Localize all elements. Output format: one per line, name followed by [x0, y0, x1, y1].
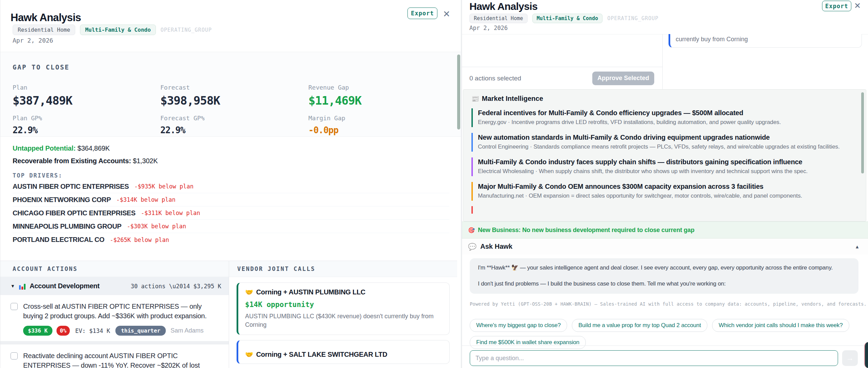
vendor-card[interactable]: 🤝 Corning + SALT LAKE SWITCHGEAR LTD: [237, 340, 450, 364]
target-icon: 🎯: [468, 227, 475, 233]
gap-to-close-section: GAP TO CLOSE Plan $387,489K Forecast $39…: [0, 52, 461, 137]
action-item: Reactivate declining account AUSTIN FIBE…: [0, 344, 229, 368]
handshake-icon: 🤝: [245, 351, 253, 358]
action-group-row[interactable]: ▼ Account Development 30 actions \u2014 …: [0, 277, 229, 295]
market-intelligence-card: 📰 Market Intelligence Federal incentives…: [463, 89, 866, 221]
driver-row: AUSTIN FIBER OPTIC ENTERPRISES -$935K be…: [13, 180, 449, 193]
hawk-analysis-app: Hawk Analysis Export ✕ Residential Home …: [0, 0, 868, 368]
vertical-badge: Multi-Family & Condo: [80, 25, 156, 35]
market-intelligence-scrollbar[interactable]: [861, 92, 864, 173]
suggestion-chip[interactable]: Build me a value prop for my top Quad 2 …: [572, 319, 707, 332]
selection-status: 0 actions selected: [469, 75, 521, 82]
segment-badge: Residential Home: [13, 25, 75, 35]
vendor-calls-header: VENDOR JOINT CALLS: [229, 261, 457, 277]
handshake-icon: 🤝: [245, 288, 253, 296]
value-badge: $336 K: [23, 326, 52, 336]
market-news-item[interactable]: Multi-Family & Condo industry faces supp…: [471, 157, 858, 176]
section-heading: GAP TO CLOSE: [13, 63, 69, 71]
export-button[interactable]: Export: [407, 7, 437, 19]
vendor-card[interactable]: 🤝 Corning + AUSTIN PLUMBING LLC $14K opp…: [237, 282, 450, 335]
report-date: Apr 2, 2026: [13, 37, 53, 44]
top-drivers-list: AUSTIN FIBER OPTIC ENTERPRISES -$935K be…: [13, 180, 449, 246]
untapped-potential-line: Untapped Potential: $364,869K: [13, 144, 448, 152]
driver-row: CHICAGO FIBER OPTIC ENTERPRISES -$311K b…: [13, 206, 449, 220]
selection-bar: 0 actions selected Approve Selected: [462, 67, 662, 89]
assistant-message-line2: I don't just find problems — I build the…: [478, 280, 850, 287]
potential-summary: Untapped Potential: $364,869K Recoverabl…: [13, 144, 448, 170]
report-date: Apr 2, 2026: [469, 25, 508, 31]
driver-row: PORTLAND ELECTRICAL CO -$265K below plan: [13, 233, 449, 246]
page-title: Hawk Analysis: [11, 12, 81, 24]
bar-chart-icon: [19, 283, 26, 290]
action-checkbox[interactable]: [11, 352, 18, 359]
vertical-badge: Multi-Family & Condo: [532, 14, 603, 23]
segment-badge: Residential Home: [469, 14, 528, 23]
left-panel-scrollbar[interactable]: [457, 55, 460, 129]
input-divider: [462, 346, 868, 346]
powered-by-note: Powered by Yetti (GPT-OSS-20B + HAWK-BRA…: [470, 301, 867, 307]
metric-revenue-gap: Revenue Gap $11,469K: [308, 84, 361, 107]
owner-name: Sam Adams: [171, 327, 204, 334]
action-separator: [0, 341, 229, 344]
close-icon[interactable]: ✕: [854, 2, 861, 10]
column-divider: [662, 34, 663, 89]
suggestion-chips: Where's my biggest gap to close? Build m…: [470, 319, 861, 349]
new-business-text: New Business: No new business developmen…: [478, 227, 694, 234]
market-news-item[interactable]: Major Multi-Family & Condo OEM announces…: [471, 182, 858, 201]
approve-selected-button[interactable]: Approve Selected: [592, 72, 654, 85]
vendor-card-title: 🤝 Corning + AUSTIN PLUMBING LLC: [245, 288, 443, 296]
top-drivers-heading: TOP DRIVERS:: [13, 172, 63, 179]
collapse-up-icon[interactable]: ▲: [855, 244, 859, 249]
newspaper-icon: 📰: [471, 95, 479, 103]
assistant-message-line1: I'm **Hawk** 🦅 — your sales intelligence…: [478, 264, 850, 271]
question-input[interactable]: [470, 350, 838, 366]
vendor-card-list: 🤝 Corning + AUSTIN PLUMBING LLC $14K opp…: [229, 277, 457, 364]
header-badges: Residential Home Multi-Family & Condo OP…: [13, 25, 212, 35]
action-item: Cross-sell at AUSTIN FIBER OPTIC ENTERPR…: [0, 295, 229, 341]
operating-group-label: OPERATING_GROUP: [607, 15, 658, 21]
left-analysis-panel: Hawk Analysis Export ✕ Residential Home …: [0, 0, 461, 368]
opportunity-value: $14K opportunity: [245, 301, 443, 309]
market-news-item[interactable]: New automation standards in Multi-Family…: [471, 133, 858, 152]
driver-row: PHOENIX NETWORKING CORP -$314K below pla…: [13, 193, 449, 206]
ask-hawk-title: Ask Hawk: [480, 243, 513, 250]
vendor-fragment-text: currently buy from Corning: [670, 34, 862, 43]
action-group-summary: 30 actions \u2014 $3,295 K: [131, 283, 221, 290]
operating-group-label: OPERATING_GROUP: [161, 27, 212, 33]
market-news-item[interactable]: Federal incentives for Multi-Family & Co…: [471, 108, 858, 127]
page-title: Hawk Analysis: [469, 1, 537, 12]
suggestion-chip[interactable]: Where's my biggest gap to close?: [470, 319, 567, 332]
market-intelligence-heading: 📰 Market Intelligence: [463, 90, 866, 103]
recoverable-line: Recoverable from Existing Accounts: $1,3…: [13, 157, 448, 165]
vendor-calls-column: VENDOR JOINT CALLS 🤝 Corning + AUSTIN PL…: [229, 261, 457, 368]
actions-vendor-columns: ACCOUNT ACTIONS ▼ Account Development 30…: [0, 261, 457, 368]
vendor-card-fragment[interactable]: currently buy from Corning: [669, 34, 862, 48]
collapse-icon[interactable]: ▼: [11, 283, 15, 289]
action-text: Reactivate declining account AUSTIN FIBE…: [23, 351, 215, 368]
action-badges: $336 K 0% EV: $134 K this_quarter Sam Ad…: [23, 326, 221, 336]
header-badges: Residential Home Multi-Family & Condo OP…: [469, 14, 659, 23]
metric-plan-gp: Plan GP% 22.9%: [13, 114, 42, 135]
send-button[interactable]: →: [842, 350, 858, 366]
driver-row: MINNEAPOLIS PLUMBING GROUP -$303K below …: [13, 220, 449, 233]
suggestion-chip[interactable]: Find me $500K in wallet share expansion: [470, 336, 586, 349]
action-checkbox[interactable]: [11, 303, 18, 310]
new-business-banner: 🎯 New Business: No new business developm…: [462, 221, 868, 239]
assistant-message: I'm **Hawk** 🦅 — your sales intelligence…: [470, 258, 858, 294]
account-actions-column: ACCOUNT ACTIONS ▼ Account Development 30…: [0, 261, 229, 368]
percent-badge: 0%: [57, 326, 70, 336]
close-icon[interactable]: ✕: [443, 10, 450, 18]
metric-forecast-gp: Forecast GP% 22.9%: [160, 114, 205, 135]
vendor-card-title: 🤝 Corning + SALT LAKE SWITCHGEAR LTD: [245, 351, 443, 358]
right-analysis-panel: Hawk Analysis Export ✕ Residential Home …: [462, 0, 868, 368]
action-group-name: Account Development: [30, 282, 99, 290]
timing-badge: this_quarter: [115, 326, 166, 336]
export-button[interactable]: Export: [822, 1, 851, 11]
account-actions-header: ACCOUNT ACTIONS: [0, 261, 229, 277]
ask-hawk-header[interactable]: 💬 Ask Hawk ▲: [462, 239, 868, 255]
floating-button-edge[interactable]: [864, 342, 868, 368]
action-text: Cross-sell at AUSTIN FIBER OPTIC ENTERPR…: [23, 302, 215, 321]
metric-forecast: Forecast $398,958K: [160, 84, 220, 107]
suggestion-chip[interactable]: Which vendor joint calls should I make t…: [712, 319, 849, 332]
metric-plan: Plan $387,489K: [13, 84, 72, 107]
